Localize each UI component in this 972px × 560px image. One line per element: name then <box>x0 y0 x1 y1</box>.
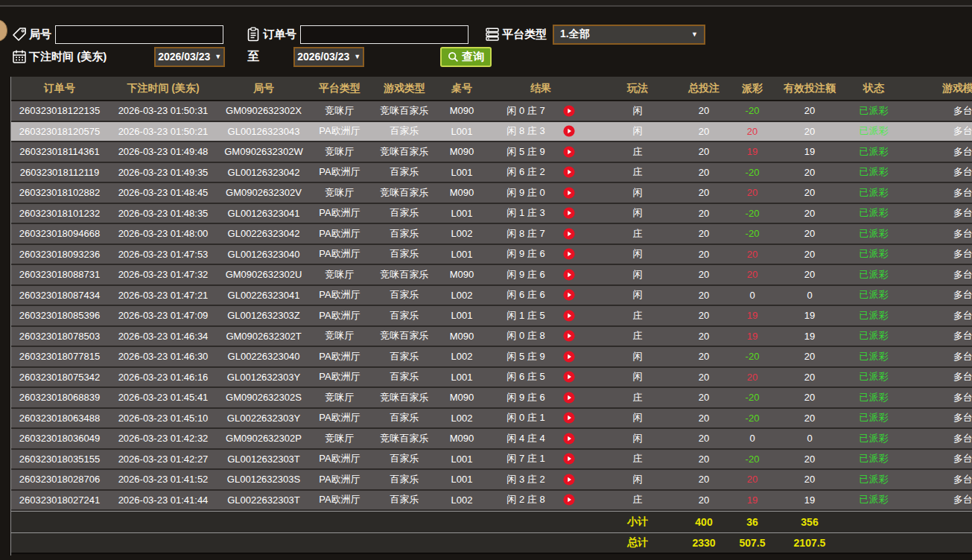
play-icon[interactable] <box>563 146 575 158</box>
cell-table-number: L002 <box>439 347 485 366</box>
search-button[interactable]: 查询 <box>440 47 492 67</box>
play-icon[interactable] <box>563 433 575 445</box>
order-number-input[interactable] <box>300 25 468 44</box>
play-icon[interactable] <box>563 310 575 322</box>
column-header: 总投注 <box>679 77 729 100</box>
cell-total-bet: 20 <box>679 327 729 346</box>
cell-table-number: L002 <box>439 491 485 510</box>
play-icon[interactable] <box>563 474 575 486</box>
cell-table-number: M090 <box>439 429 485 448</box>
cell-payout: 20 <box>729 368 775 387</box>
table-row[interactable]: 260323018063488 2026-03-23 01:45:10 GL00… <box>11 409 972 430</box>
table-row[interactable]: 260323018078503 2026-03-23 01:46:34 GM09… <box>11 327 972 348</box>
result-text: 闲 6 庄 6 <box>506 288 544 302</box>
cell-result: 闲 8 庄 7 <box>485 224 597 244</box>
status-badge: 已派彩 <box>844 306 903 325</box>
cell-game-type: 百家乐 <box>370 368 439 387</box>
status-badge: 已派彩 <box>844 450 903 469</box>
table-row[interactable]: 260323018102882 2026-03-23 01:48:45 GM09… <box>11 183 972 204</box>
cell-result: 闲 9 庄 6 <box>485 245 597 264</box>
cell-table-number: L001 <box>439 204 485 223</box>
cell-table-number: L002 <box>439 224 485 244</box>
chevron-down-icon: ▼ <box>215 53 221 60</box>
play-icon[interactable] <box>563 166 575 178</box>
table-row[interactable]: 260323018087434 2026-03-23 01:47:21 GL00… <box>11 286 972 307</box>
play-icon[interactable] <box>563 228 575 240</box>
play-icon[interactable] <box>563 392 575 404</box>
table-row[interactable]: 260323018120575 2026-03-23 01:50:21 GL00… <box>11 122 972 143</box>
column-header: 订单号 <box>11 77 108 100</box>
side-drawer-handle[interactable] <box>0 19 7 42</box>
table-row[interactable]: 260323018068839 2026-03-23 01:45:41 GM09… <box>11 388 972 409</box>
cell-platform-type: PA欧洲厅 <box>309 306 370 325</box>
result-text: 闲 4 庄 4 <box>506 432 544 445</box>
play-icon[interactable] <box>563 125 575 137</box>
cell-order-number: 260323018102882 <box>11 183 108 203</box>
cell-table-number: L001 <box>439 163 485 182</box>
table-row[interactable]: 260323018085396 2026-03-23 01:47:09 GL00… <box>11 306 972 327</box>
table-row[interactable]: 260323018122135 2026-03-23 01:50:31 GM09… <box>11 101 972 122</box>
date-from-value: 2026/03/23 <box>158 51 210 63</box>
result-text: 闲 9 庄 6 <box>506 247 544 261</box>
play-icon[interactable] <box>563 187 575 199</box>
table-row[interactable]: 260323018036049 2026-03-23 01:42:32 GM09… <box>11 429 972 450</box>
play-icon[interactable] <box>563 351 575 363</box>
results-table: 订单号下注时间 (美东)局号平台类型游戏类型桌号结果玩法总投注派彩有效投注额状态… <box>10 77 972 556</box>
cell-table-number: L001 <box>439 306 485 325</box>
table-row[interactable]: 260323018027241 2026-03-23 01:41:44 GL00… <box>11 491 972 512</box>
cell-play-type: 庄 <box>597 306 679 325</box>
cell-platform-type: PA欧洲厅 <box>309 245 370 264</box>
status-badge: 已派彩 <box>844 470 903 489</box>
table-row[interactable]: 260323018077815 2026-03-23 01:46:30 GL00… <box>11 347 972 368</box>
result-text: 闲 6 庄 5 <box>506 370 544 384</box>
cell-round-number: GL00126323043 <box>218 122 309 141</box>
table-row[interactable]: 260323018028706 2026-03-23 01:41:52 GL00… <box>11 470 972 491</box>
result-text: 闲 8 庄 3 <box>506 124 544 138</box>
column-header: 平台类型 <box>309 77 370 100</box>
cell-valid-bet: 0 <box>775 429 844 448</box>
date-from-select[interactable]: 2026/03/23 ▼ <box>154 47 225 67</box>
column-header: 有效投注额 <box>775 77 844 100</box>
play-icon[interactable] <box>563 269 575 281</box>
table-row[interactable]: 260323018112119 2026-03-23 01:49:35 GL00… <box>11 163 972 184</box>
play-icon[interactable] <box>563 412 575 424</box>
table-row[interactable]: 260323018094668 2026-03-23 01:48:00 GL00… <box>11 224 972 245</box>
status-badge: 已派彩 <box>844 101 903 121</box>
date-to-select[interactable]: 2026/03/23 ▼ <box>293 47 364 67</box>
play-icon[interactable] <box>563 207 575 219</box>
table-row[interactable]: 260323018075342 2026-03-23 01:46:16 GL00… <box>11 368 972 389</box>
cell-platform-type: 竞咪厅 <box>309 265 370 284</box>
play-icon[interactable] <box>563 330 575 342</box>
table-row[interactable]: 260323018114361 2026-03-23 01:49:48 GM09… <box>11 142 972 163</box>
play-icon[interactable] <box>563 248 575 260</box>
play-icon[interactable] <box>563 289 575 301</box>
cell-game-type: 竞咪百家乐 <box>370 327 439 346</box>
cell-result: 闲 0 庄 1 <box>485 409 597 428</box>
play-icon[interactable] <box>563 453 575 465</box>
table-row[interactable]: 260323018101232 2026-03-23 01:48:35 GL00… <box>11 204 972 225</box>
cell-bet-time: 2026-03-23 01:47:53 <box>108 245 218 264</box>
cell-payout: 20 <box>729 470 775 489</box>
cell-game-mode: 多台 <box>903 101 972 121</box>
grand-total-valid-bet: 2107.5 <box>775 533 844 553</box>
cell-bet-time: 2026-03-23 01:50:31 <box>108 101 218 121</box>
cell-result: 闲 9 庄 6 <box>485 388 597 407</box>
play-icon[interactable] <box>563 105 575 117</box>
cell-round-number: GM0902632302S <box>218 388 309 407</box>
table-row[interactable]: 260323018088731 2026-03-23 01:47:32 GM09… <box>11 265 972 286</box>
table-row[interactable]: 260323018093236 2026-03-23 01:47:53 GL00… <box>11 245 972 266</box>
cell-game-mode: 多台 <box>903 245 972 264</box>
cell-total-bet: 20 <box>679 306 729 325</box>
cell-game-type: 竞咪百家乐 <box>370 142 439 162</box>
platform-type-select[interactable]: 1.全部 ▼ <box>553 25 705 45</box>
cell-result: 闲 1 庄 3 <box>485 204 597 223</box>
table-row[interactable]: 260323018035155 2026-03-23 01:42:27 GL00… <box>11 450 972 471</box>
cell-total-bet: 20 <box>679 183 729 203</box>
cell-total-bet: 20 <box>679 163 729 182</box>
play-icon[interactable] <box>563 494 575 506</box>
cell-table-number: M090 <box>439 101 485 121</box>
round-number-input[interactable] <box>55 25 223 44</box>
play-icon[interactable] <box>563 371 575 383</box>
cell-game-mode: 多台 <box>903 470 972 489</box>
cell-valid-bet: 20 <box>775 265 844 284</box>
